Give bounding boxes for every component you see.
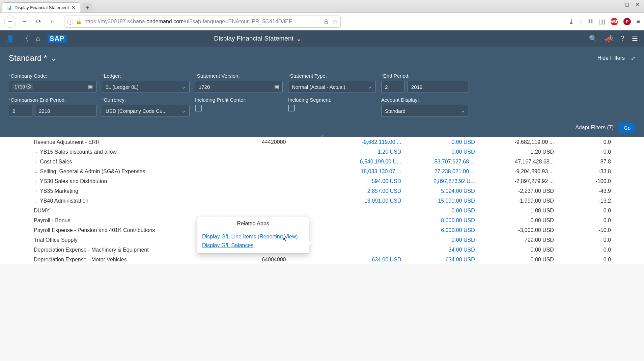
help-icon[interactable]: ? <box>621 34 624 43</box>
collapse-icon[interactable]: ⌄ <box>34 199 38 204</box>
expand-icon[interactable]: › <box>34 179 38 184</box>
expand-icon[interactable]: › <box>34 150 38 155</box>
row-comparison-balance[interactable]: 27,238,021.00 ... <box>404 166 477 176</box>
search-icon[interactable]: 🔍 <box>589 34 597 43</box>
row-period-balance[interactable]: 13,091.00 USD <box>329 196 404 206</box>
row-period-balance[interactable] <box>329 225 404 235</box>
value-help-icon[interactable]: ▣ <box>274 84 279 90</box>
row-period-balance[interactable] <box>329 235 404 245</box>
variant-selector[interactable]: Standard *⌄ <box>9 53 57 63</box>
chevron-down-icon: ⌄ <box>50 53 57 63</box>
row-period-balance[interactable]: 594.00 USD <box>329 176 404 186</box>
nav-home-button[interactable]: ⌂ <box>47 16 59 28</box>
url-bar[interactable]: i 🔒 https://my300197.s4hana.ondemand.com… <box>64 16 341 28</box>
shell-title[interactable]: Display Financial Statement ⌄ <box>214 35 302 43</box>
nav-reload-button[interactable]: ⟳ <box>32 16 45 28</box>
include-profit-center-checkbox[interactable] <box>195 105 202 111</box>
account-display-select[interactable]: Standard⌄ <box>381 105 469 117</box>
row-account <box>259 147 329 157</box>
statement-version-input[interactable]: 1720▣ <box>195 81 283 93</box>
link-display-gl-balances[interactable]: Display G/L Balances <box>202 242 304 249</box>
row-comparison-balance[interactable]: 0.00 USD <box>404 147 477 157</box>
filter-ledger: *Ledger: 0L (Ledger 0L)⌄ <box>102 73 190 93</box>
currency-select[interactable]: USD (Company Code Cu...⌄ <box>102 105 190 117</box>
row-period-balance[interactable] <box>329 206 404 215</box>
nav-forward-button[interactable]: → <box>18 16 30 28</box>
row-comparison-balance[interactable]: 15,090.00 USD <box>404 196 477 206</box>
row-period-balance[interactable]: 634.00 USD <box>329 255 404 264</box>
page-actions-icon[interactable]: ⋯ <box>313 18 319 25</box>
end-period-month-input[interactable]: 2 <box>381 81 405 93</box>
company-code-input[interactable]: 1710ⓧ ▣ <box>9 81 96 93</box>
row-comparison-balance[interactable]: 0.00 USD <box>404 206 477 215</box>
feedback-icon[interactable]: 📣 <box>605 34 613 43</box>
chevron-down-icon: ⌄ <box>181 84 186 90</box>
filter-bar: *Company Code: 1710ⓧ ▣ *Ledger: 0L (Ledg… <box>0 70 644 118</box>
statement-type-select[interactable]: Normal (Actual - Actual)⌄ <box>288 81 376 93</box>
tab-close-icon[interactable]: ✕ <box>72 5 76 11</box>
row-relative-diff: 0.0 <box>557 147 614 157</box>
row-description: Payroll - Bonus <box>34 217 71 223</box>
tab-title: Display Financial Statement <box>15 5 69 10</box>
new-tab-button[interactable]: + <box>82 3 92 12</box>
pinterest-extension-icon[interactable]: P <box>623 18 631 25</box>
app-menu-icon[interactable]: ☰ <box>632 34 638 43</box>
window-minimize-icon[interactable]: — <box>612 1 620 7</box>
comp-end-period-year-input[interactable]: 2018 <box>35 105 96 117</box>
row-period-balance[interactable]: 6,540,199.00 U... <box>329 157 404 166</box>
menu-icon[interactable]: ≡ <box>636 18 640 25</box>
window-maximize-icon[interactable]: ▢ <box>623 1 631 7</box>
collapse-icon[interactable]: ⌄ <box>34 170 38 174</box>
row-absolute-diff: -2,237.00 USD <box>478 186 557 196</box>
row-comparison-balance[interactable]: 53,707,627.68 ... <box>404 157 477 166</box>
row-comparison-balance[interactable]: 0.00 USD <box>404 137 477 147</box>
expand-icon[interactable]: › <box>34 160 38 164</box>
chevron-down-icon: ⌄ <box>296 35 302 43</box>
back-icon[interactable]: 〈 <box>22 34 29 43</box>
mouse-cursor-icon: ↖ <box>283 236 287 243</box>
user-icon[interactable]: 👤 <box>6 34 15 43</box>
downloads-icon[interactable]: ↓ <box>579 18 582 25</box>
row-comparison-balance[interactable]: 8,000.00 USD <box>404 215 477 225</box>
row-period-balance[interactable]: 1.20 USD <box>329 147 404 157</box>
comp-end-period-month-input[interactable]: 2 <box>9 105 32 117</box>
row-comparison-balance[interactable]: 2,897,873.92 U... <box>404 176 477 186</box>
row-absolute-diff: -47,167,428.68... <box>478 157 557 166</box>
adapt-filters-link[interactable]: Adapt Filters (7) <box>575 125 614 131</box>
ledger-select[interactable]: 0L (Ledger 0L)⌄ <box>102 81 190 93</box>
row-period-balance[interactable]: 2,857.00 USD <box>329 186 404 196</box>
save-to-pocket-icon[interactable]: ⤓̲ <box>569 18 574 25</box>
go-button[interactable]: Go <box>619 123 635 133</box>
row-comparison-balance[interactable]: 634.00 USD <box>404 255 477 264</box>
nav-back-button[interactable]: ← <box>4 16 16 28</box>
bookmark-star-icon[interactable]: ☆ <box>332 18 338 25</box>
row-comparison-balance[interactable]: 6,000.00 USD <box>404 225 477 235</box>
table-row: ⌄ YB40 Administration13,091.00 USD15,090… <box>31 196 614 206</box>
row-period-balance[interactable]: 18,033,130.07 ... <box>329 166 404 176</box>
include-segment-checkbox[interactable] <box>288 105 295 111</box>
library-icon[interactable]: ⦀⦀ <box>588 18 593 25</box>
row-period-balance[interactable] <box>329 215 404 225</box>
site-info-icon[interactable]: i <box>67 19 73 25</box>
row-period-balance[interactable]: -9,682,119.00 ... <box>329 137 404 147</box>
abp-extension-icon[interactable]: ABP <box>611 18 618 25</box>
token-remove-icon[interactable]: ⓧ <box>26 84 31 90</box>
value-help-icon[interactable]: ▣ <box>88 84 93 90</box>
row-comparison-balance[interactable]: 34.00 USD <box>404 245 477 255</box>
hide-filters-link[interactable]: Hide Filters <box>597 55 625 61</box>
row-comparison-balance[interactable]: 5,094.00 USD <box>404 186 477 196</box>
link-display-gl-line-items[interactable]: Display G/L Line Items (Reporting View) <box>202 234 304 240</box>
expand-filters-icon[interactable]: ⤢ <box>631 55 635 61</box>
row-absolute-diff: -1,999.00 USD <box>478 196 557 206</box>
window-close-icon[interactable]: ✕ <box>634 1 641 7</box>
end-period-year-input[interactable]: 2019 <box>408 81 469 93</box>
row-period-balance[interactable] <box>329 245 404 255</box>
sidebar-toggle-icon[interactable]: ▯▯ <box>598 18 605 25</box>
reader-mode-icon[interactable]: ⎘ <box>324 18 328 25</box>
home-icon[interactable]: ⌂ <box>36 35 40 43</box>
row-comparison-balance[interactable]: 0.00 USD <box>404 235 477 245</box>
expand-icon[interactable]: › <box>34 189 38 194</box>
related-apps-popover: Related Apps Display G/L Line Items (Rep… <box>197 217 309 254</box>
browser-tab[interactable]: 📊 Display Financial Statement ✕ <box>2 2 80 12</box>
filter-including-segment: Including Segment: <box>288 97 376 117</box>
